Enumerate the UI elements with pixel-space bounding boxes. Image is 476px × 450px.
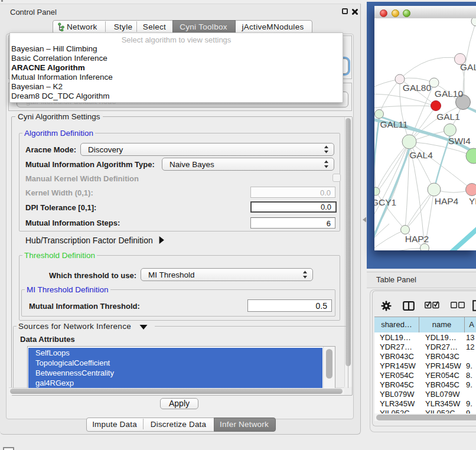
svg-text:GAL10: GAL10 — [435, 89, 464, 99]
svg-text:SWI4: SWI4 — [448, 136, 471, 146]
svg-text:GAL11: GAL11 — [380, 119, 407, 129]
svg-text:GAL1: GAL1 — [436, 112, 460, 122]
svg-text:HAP2: HAP2 — [405, 234, 429, 244]
svg-text:HAP4: HAP4 — [435, 196, 459, 206]
svg-text:GCY1: GCY1 — [374, 197, 396, 207]
svg-text:YM: YM — [469, 196, 476, 206]
svg-text:GAL2: GAL2 — [460, 62, 476, 72]
svg-text:GAL80: GAL80 — [403, 83, 432, 93]
svg-text:GAL4: GAL4 — [409, 150, 433, 160]
